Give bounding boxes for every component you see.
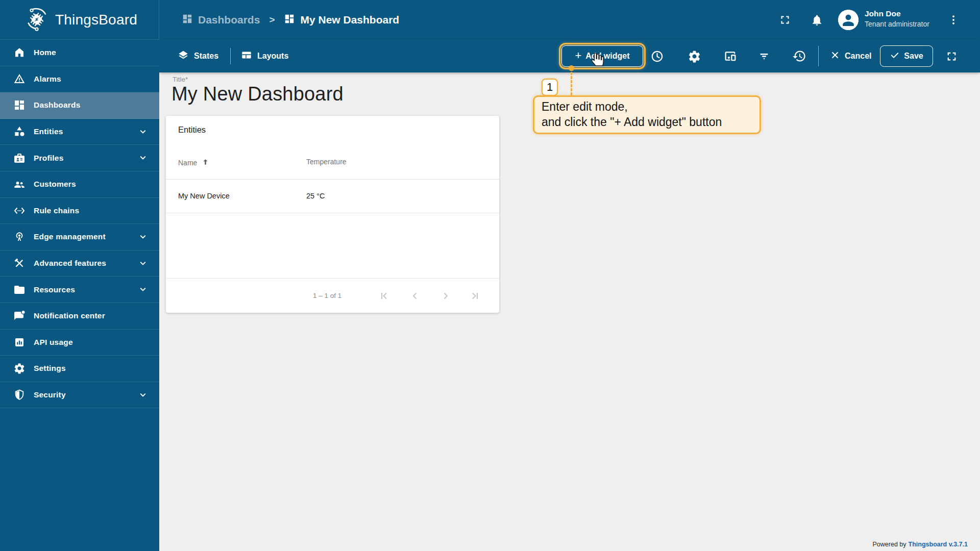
message-dot-icon — [13, 310, 26, 322]
shapes-icon — [13, 126, 26, 138]
annotation-dashed-connector — [571, 72, 572, 95]
cancel-button[interactable]: Cancel — [827, 45, 874, 67]
home-icon — [13, 46, 26, 59]
filters-icon[interactable] — [754, 46, 774, 66]
toolbar-divider — [230, 48, 231, 64]
dashboards-grid-icon — [13, 99, 26, 111]
breadcrumb: Dashboards > My New Dashboard — [182, 0, 399, 40]
fullscreen-icon[interactable] — [775, 10, 795, 30]
chevron-down-icon — [137, 152, 149, 164]
logo-text: ThingsBoard — [55, 12, 137, 28]
sidebar-item-security[interactable]: Security — [0, 382, 159, 409]
pagination-range: 1 – 1 of 1 — [313, 292, 341, 299]
sort-ascending-arrow-icon — [201, 158, 210, 168]
powered-by-text: Powered by — [873, 541, 906, 548]
sidebar-item-notification-center[interactable]: Notification center — [0, 303, 159, 330]
table-divider — [166, 213, 499, 213]
chevron-down-icon — [137, 231, 149, 243]
footer: Powered byThingsboard v.3.7.1 — [873, 541, 968, 548]
dashboard-content: Title* My New Dashboard Entities Name Te… — [159, 72, 980, 551]
entity-aliases-devices-icon[interactable] — [720, 46, 741, 66]
last-page-icon[interactable] — [469, 290, 481, 302]
dashboard-settings-gear-icon[interactable] — [684, 46, 704, 66]
fullscreen-icon[interactable] — [941, 46, 962, 66]
tooltip-line-2: and click the "+ Add widget" button — [542, 114, 752, 130]
sidebar-item-home[interactable]: Home — [0, 40, 159, 66]
shield-icon — [13, 389, 26, 401]
sidebar-item-entities[interactable]: Entities — [0, 119, 159, 145]
code-brackets-icon — [13, 205, 26, 217]
user-role: Tenant administrator — [865, 20, 929, 28]
table-row-temperature-cell: 25 °C — [306, 192, 325, 200]
annotation-tooltip: Enter edit mode, and click the "+ Add wi… — [533, 95, 761, 134]
widget-title: Entities — [178, 125, 206, 135]
sidebar-item-advanced-features[interactable]: Advanced features — [0, 251, 159, 277]
tools-icon — [13, 257, 26, 269]
chevron-down-icon — [137, 126, 149, 138]
version-history-icon[interactable] — [789, 46, 810, 66]
sidebar-item-profiles[interactable]: Profiles — [0, 145, 159, 171]
logo[interactable]: ThingsBoard — [0, 0, 159, 40]
tooltip-line-1: Enter edit mode, — [542, 99, 752, 114]
user-name: John Doe — [865, 9, 929, 18]
pagination-bar: 1 – 1 of 1 — [166, 278, 499, 313]
chevron-down-icon — [137, 258, 149, 270]
states-button[interactable]: States — [178, 40, 218, 72]
chevron-down-icon — [137, 389, 149, 402]
sidebar-item-customers[interactable]: Customers — [0, 171, 159, 198]
breadcrumb-dashboards[interactable]: Dashboards — [182, 13, 260, 27]
title-field-label: Title* — [173, 76, 188, 83]
table-row-name-cell[interactable]: My New Device — [178, 192, 230, 200]
mouse-hand-cursor — [590, 53, 604, 70]
bar-chart-icon — [13, 336, 26, 348]
thingsboard-logo-icon — [23, 6, 50, 34]
breadcrumb-separator: > — [269, 14, 275, 26]
gear-icon — [13, 362, 26, 374]
toolbar-divider — [818, 46, 819, 66]
layouts-button[interactable]: Layouts — [241, 40, 288, 72]
table-divider — [166, 179, 499, 180]
avatar[interactable] — [838, 10, 859, 30]
dashboards-grid-icon — [284, 13, 295, 27]
dashboards-grid-icon — [182, 13, 193, 27]
warning-triangle-icon — [13, 73, 26, 85]
breadcrumb-current: My New Dashboard — [284, 13, 399, 27]
sidebar-item-api-usage[interactable]: API usage — [0, 330, 159, 356]
sidebar-item-rule-chains[interactable]: Rule chains — [0, 198, 159, 224]
plus-icon: + — [575, 49, 581, 62]
column-header-temperature[interactable]: Temperature — [306, 158, 347, 166]
notifications-bell-icon[interactable] — [806, 10, 827, 30]
sidebar-nav: Home Alarms Dashboards Entities Profiles… — [0, 40, 159, 408]
thingsboard-version-link[interactable]: Thingsboard v.3.7.1 — [909, 541, 968, 548]
more-vert-icon[interactable] — [943, 10, 964, 30]
user-info[interactable]: John Doe Tenant administrator — [865, 9, 929, 28]
close-x-icon — [830, 50, 840, 62]
save-button[interactable]: Save — [880, 45, 933, 67]
chevron-down-icon — [137, 284, 149, 296]
previous-page-icon[interactable] — [409, 290, 421, 302]
sidebar-item-resources[interactable]: Resources — [0, 277, 159, 303]
layers-icon — [178, 49, 189, 63]
sidebar-item-settings[interactable]: Settings — [0, 356, 159, 382]
entities-widget-card: Entities Name Temperature My New Device … — [166, 116, 499, 313]
people-icon — [13, 178, 26, 190]
next-page-icon[interactable] — [439, 290, 452, 302]
layout-icon — [241, 49, 252, 63]
first-page-icon[interactable] — [378, 290, 390, 302]
check-icon — [890, 50, 900, 62]
sidebar-item-dashboards[interactable]: Dashboards — [0, 92, 159, 119]
sidebar-item-edge-management[interactable]: Edge management — [0, 224, 159, 251]
annotation-step-badge: 1 — [542, 79, 558, 96]
badge-icon — [13, 152, 26, 164]
app-header: Dashboards > My New Dashboard John Doe T… — [159, 0, 980, 40]
dashboard-title-input[interactable]: My New Dashboard — [172, 83, 344, 105]
column-header-name[interactable]: Name — [178, 158, 210, 168]
sidebar: ThingsBoard Home Alarms Dashboards Entit… — [0, 0, 159, 551]
annotation-anchor-dot — [569, 65, 574, 71]
folder-icon — [13, 284, 26, 296]
antenna-icon — [13, 231, 26, 243]
time-window-clock-icon[interactable] — [647, 46, 667, 66]
sidebar-item-alarms[interactable]: Alarms — [0, 66, 159, 93]
